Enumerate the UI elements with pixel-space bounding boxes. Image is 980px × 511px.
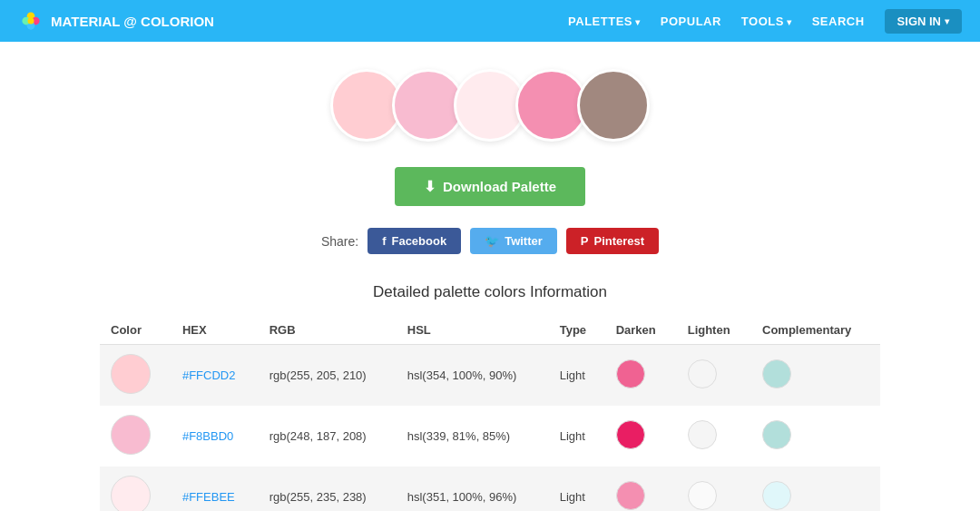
cell-color — [100, 406, 172, 467]
cell-rgb: rgb(255, 205, 210) — [259, 345, 397, 407]
logo-text: MATERIAL @ COLORION — [51, 14, 214, 29]
color-swatch — [111, 415, 151, 455]
palette-circles — [100, 69, 880, 142]
col-rgb: RGB — [259, 316, 397, 345]
twitter-label: Twitter — [505, 234, 543, 248]
table-row: #FFEBEErgb(255, 235, 238)hsl(351, 100%, … — [100, 467, 880, 511]
cell-lighten[interactable] — [677, 406, 751, 467]
share-label: Share: — [321, 234, 358, 249]
col-hsl: HSL — [397, 316, 549, 345]
cell-hsl: hsl(339, 81%, 85%) — [397, 406, 549, 467]
cell-darken[interactable] — [605, 406, 677, 467]
col-hex: HEX — [172, 316, 259, 345]
complementary-swatch[interactable] — [762, 359, 791, 388]
table-header-row: Color HEX RGB HSL Type Darken Lighten Co… — [100, 316, 880, 345]
darken-swatch[interactable] — [616, 359, 645, 388]
header: MATERIAL @ COLORION PALETTES POPULAR TOO… — [0, 0, 980, 42]
header-nav: PALETTES POPULAR TOOLS SEARCH SIGN IN — [568, 9, 962, 34]
pinterest-share-button[interactable]: P Pinterest — [566, 228, 659, 254]
cell-rgb: rgb(255, 235, 238) — [259, 467, 397, 511]
cell-complementary[interactable] — [751, 467, 880, 511]
cell-darken[interactable] — [605, 345, 677, 407]
table-row: #FFCDD2rgb(255, 205, 210)hsl(354, 100%, … — [100, 345, 880, 407]
darken-swatch[interactable] — [616, 420, 645, 449]
cell-darken[interactable] — [605, 467, 677, 511]
signin-button[interactable]: SIGN IN — [885, 9, 962, 34]
twitter-icon: 🐦 — [485, 234, 499, 248]
main-content: ⬇ Download Palette Share: f Facebook 🐦 T… — [82, 42, 898, 511]
palette-circle-5 — [577, 69, 650, 142]
col-color: Color — [100, 316, 172, 345]
cell-type: Light — [549, 345, 605, 407]
cell-type: Light — [549, 467, 605, 511]
color-swatch — [111, 476, 151, 511]
table-section: Detailed palette colors Information Colo… — [100, 283, 880, 511]
col-complementary: Complementary — [751, 316, 880, 345]
color-swatch — [111, 354, 151, 394]
pinterest-label: Pinterest — [593, 234, 644, 248]
col-type: Type — [549, 316, 605, 345]
lighten-swatch[interactable] — [688, 359, 717, 388]
cell-lighten[interactable] — [677, 345, 751, 407]
logo-icon — [18, 8, 44, 34]
share-section: Share: f Facebook 🐦 Twitter P Pinterest — [100, 228, 880, 254]
cell-type: Light — [549, 406, 605, 467]
facebook-label: Facebook — [391, 234, 446, 248]
cell-hsl: hsl(351, 100%, 96%) — [397, 467, 549, 511]
cell-color — [100, 345, 172, 407]
hex-link[interactable]: #F8BBD0 — [182, 429, 233, 443]
cell-hex[interactable]: #FFCDD2 — [172, 345, 259, 407]
col-darken: Darken — [605, 316, 677, 345]
nav-popular[interactable]: POPULAR — [661, 15, 721, 28]
download-icon: ⬇ — [424, 178, 436, 195]
nav-tools[interactable]: TOOLS — [741, 15, 792, 28]
svg-point-4 — [28, 18, 34, 25]
cell-color — [100, 467, 172, 511]
palette-table: Color HEX RGB HSL Type Darken Lighten Co… — [100, 316, 880, 511]
facebook-icon: f — [382, 234, 386, 248]
hex-link[interactable]: #FFCDD2 — [182, 369, 236, 382]
complementary-swatch[interactable] — [762, 481, 791, 510]
logo[interactable]: MATERIAL @ COLORION — [18, 8, 214, 34]
cell-lighten[interactable] — [677, 467, 751, 511]
complementary-swatch[interactable] — [762, 420, 791, 449]
col-lighten: Lighten — [677, 316, 751, 345]
facebook-share-button[interactable]: f Facebook — [368, 228, 461, 254]
table-title: Detailed palette colors Information — [100, 283, 880, 301]
nav-palettes[interactable]: PALETTES — [568, 15, 641, 28]
download-button[interactable]: ⬇ Download Palette — [395, 167, 585, 206]
darken-swatch[interactable] — [616, 481, 645, 510]
pinterest-icon: P — [581, 234, 589, 248]
cell-hsl: hsl(354, 100%, 90%) — [397, 345, 549, 407]
cell-hex[interactable]: #F8BBD0 — [172, 406, 259, 467]
cell-complementary[interactable] — [751, 345, 880, 407]
table-row: #F8BBD0rgb(248, 187, 208)hsl(339, 81%, 8… — [100, 406, 880, 467]
download-section: ⬇ Download Palette — [100, 167, 880, 206]
cell-rgb: rgb(248, 187, 208) — [259, 406, 397, 467]
cell-complementary[interactable] — [751, 406, 880, 467]
download-label: Download Palette — [443, 179, 556, 194]
twitter-share-button[interactable]: 🐦 Twitter — [470, 228, 557, 254]
lighten-swatch[interactable] — [688, 481, 717, 510]
lighten-swatch[interactable] — [688, 420, 717, 449]
hex-link[interactable]: #FFEBEE — [182, 490, 235, 504]
cell-hex[interactable]: #FFEBEE — [172, 467, 259, 511]
nav-search[interactable]: SEARCH — [812, 15, 865, 28]
